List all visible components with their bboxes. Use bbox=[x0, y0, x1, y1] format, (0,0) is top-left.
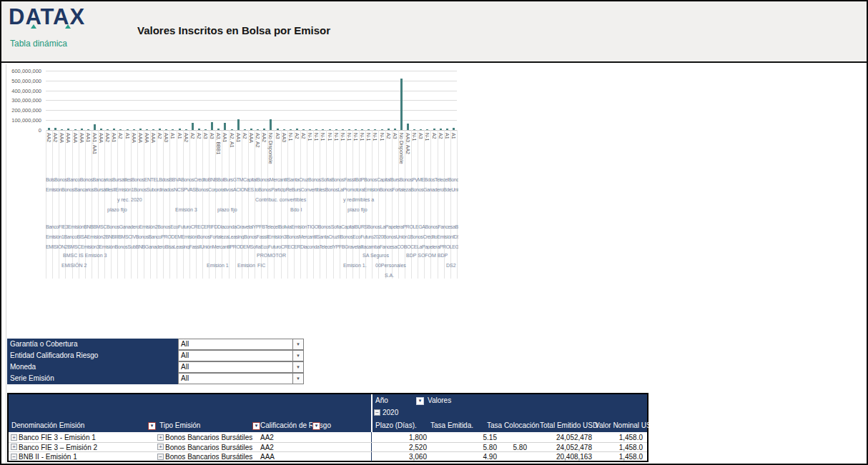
bar bbox=[244, 129, 246, 130]
x-axis-category-label: AAA bbox=[137, 133, 144, 174]
year-field-label: Año bbox=[375, 396, 388, 404]
axis-group-label: Bdo I bbox=[290, 207, 302, 212]
bar bbox=[355, 129, 357, 130]
axis-group-label: Contribuc. convertibles bbox=[255, 197, 306, 202]
bar bbox=[413, 129, 415, 130]
filter-label-3: Moneda bbox=[7, 361, 178, 373]
filter-button-tipo[interactable]: ▼ bbox=[252, 422, 260, 430]
axis-group-label-row: EmisiónBonosBancariosBursátilesIIEmisión… bbox=[46, 187, 458, 192]
year-collapse-icon[interactable]: − bbox=[374, 409, 380, 416]
cell-plazo: 2,520 bbox=[409, 444, 427, 451]
tipo-expand-icon[interactable]: + bbox=[157, 434, 164, 441]
x-axis-category-label: A2 bbox=[431, 133, 438, 174]
y-axis-tick-label: 200,000,000 bbox=[4, 107, 41, 114]
bar bbox=[329, 129, 331, 130]
bar bbox=[198, 129, 200, 130]
x-axis-category-label: A2, A2 bbox=[255, 133, 261, 174]
dropdown-arrow-icon[interactable]: ▼ bbox=[292, 339, 303, 349]
filter-dropdown-3[interactable]: All▼ bbox=[178, 361, 304, 373]
row-expand-icon[interactable]: + bbox=[11, 444, 17, 450]
dropdown-arrow-icon[interactable]: ▼ bbox=[292, 362, 303, 372]
bar bbox=[394, 129, 396, 130]
bar bbox=[453, 128, 455, 130]
values-section-divider bbox=[371, 432, 372, 461]
y-axis-tick-label: 300,000,000 bbox=[4, 97, 41, 104]
cell-calificacion: AA2 bbox=[260, 434, 274, 441]
x-axis-category-label: AA3 bbox=[163, 133, 169, 174]
axis-group-label-row: EMISIÓN2BMSCEmisión3EmisiónBonosSubBNBGa… bbox=[46, 244, 458, 249]
axis-group-label-row: BancoFIE3EmisiónBNBBMSCBonosGanaderoEmis… bbox=[46, 224, 458, 229]
x-axis-category-label: No Disponible bbox=[398, 133, 405, 174]
bar bbox=[446, 129, 448, 130]
gridline bbox=[46, 100, 457, 101]
bar bbox=[426, 129, 428, 130]
bar bbox=[48, 128, 50, 130]
axis-group-label: plazo fijo bbox=[217, 207, 237, 212]
bar bbox=[283, 129, 285, 130]
x-axis-category-label: AA3 bbox=[281, 133, 287, 174]
bar bbox=[165, 129, 167, 130]
page-title: Valores Inscritos en Bolsa por Emisor bbox=[137, 24, 330, 36]
col-header-valor-nominal: Valor Nominal USD bbox=[595, 421, 656, 429]
x-axis-category-label: AA2 bbox=[183, 133, 189, 174]
bar bbox=[119, 129, 122, 130]
cell-denominacion: BNB II - Emisión 1 bbox=[19, 453, 77, 461]
x-axis-category-label: AAA bbox=[72, 133, 79, 174]
cell-total-emitido: 24,052,478 bbox=[556, 434, 592, 441]
filter-label-4: Serie Emisión bbox=[7, 373, 178, 384]
bar bbox=[237, 119, 240, 130]
bar bbox=[263, 129, 265, 130]
filter-button-calificacion[interactable]: ▼ bbox=[312, 422, 320, 430]
cell-total-emitido: 20,408,163 bbox=[556, 453, 592, 461]
filter-dropdown-2[interactable]: All▼ bbox=[178, 350, 304, 361]
y-axis-tick-label: 600,000,000 bbox=[4, 68, 41, 74]
x-axis-category-label: N-1 bbox=[333, 133, 340, 174]
bar bbox=[127, 129, 129, 130]
dropdown-arrow-icon[interactable]: ▼ bbox=[292, 351, 303, 361]
axis-group-label: plazo fijo bbox=[347, 207, 368, 212]
x-axis-category-label: A2 bbox=[300, 133, 307, 174]
tipo-expand-icon[interactable]: − bbox=[157, 454, 164, 460]
filter-label-1: Garantía o Cobertura bbox=[7, 339, 178, 350]
x-axis-category-label: N-1 bbox=[327, 133, 333, 174]
filter-button-denominacion[interactable]: ▼ bbox=[148, 422, 156, 430]
y-axis-tick-label: 0 bbox=[4, 127, 41, 134]
axis-group-label: y rec. 2020 bbox=[117, 197, 142, 202]
bar bbox=[74, 129, 77, 130]
cell-tasa-emitida: 5.15 bbox=[483, 434, 497, 441]
filter-dropdown-4[interactable]: All▼ bbox=[178, 373, 304, 384]
row-expand-icon[interactable]: − bbox=[11, 454, 17, 460]
x-axis-category-label: AA2 bbox=[52, 133, 59, 174]
x-axis-category-label: A2 bbox=[294, 133, 300, 174]
x-axis-category-label: A3 bbox=[275, 133, 281, 174]
x-axis-category-label: A3 bbox=[418, 133, 424, 174]
axis-group-label: BDP SOFOM BDP bbox=[406, 253, 448, 258]
y-axis-tick-label: 400,000,000 bbox=[4, 88, 41, 94]
axis-group-label: Emisión bbox=[237, 263, 255, 268]
x-axis-category-label: N-1 bbox=[320, 133, 326, 174]
values-filter-icon[interactable]: ▼ bbox=[416, 397, 424, 405]
dropdown-arrow-icon[interactable]: ▼ bbox=[292, 374, 303, 384]
axis-group-label: 00Personales bbox=[375, 263, 406, 268]
x-axis-category-label: A2 bbox=[189, 133, 196, 174]
tipo-expand-icon[interactable]: + bbox=[157, 444, 164, 450]
filter-dropdown-1[interactable]: All▼ bbox=[178, 339, 304, 350]
y-axis-tick-label: 500,000,000 bbox=[4, 78, 41, 84]
x-axis-category-label: A2, A1 bbox=[229, 133, 235, 174]
x-axis-category-label: AA1 bbox=[111, 133, 117, 174]
gridline bbox=[46, 71, 457, 71]
bar bbox=[94, 124, 96, 130]
bar bbox=[192, 123, 194, 130]
values-field-label: Valores bbox=[428, 396, 451, 404]
axis-group-label: Emisión 3 bbox=[175, 207, 197, 212]
page: DATAX Tabla dinámica Valores Inscritos e… bbox=[0, 0, 868, 465]
x-axis-category-label: No Disponible bbox=[267, 133, 274, 174]
bar bbox=[400, 79, 403, 130]
row-expand-icon[interactable]: + bbox=[11, 434, 17, 441]
x-axis-category-label: A2 bbox=[157, 133, 163, 174]
gridline bbox=[46, 91, 457, 91]
bar bbox=[172, 129, 174, 130]
bar bbox=[420, 129, 422, 130]
x-axis-category-label: A1 bbox=[124, 133, 131, 174]
x-axis-category-label: N-1 bbox=[424, 133, 430, 174]
